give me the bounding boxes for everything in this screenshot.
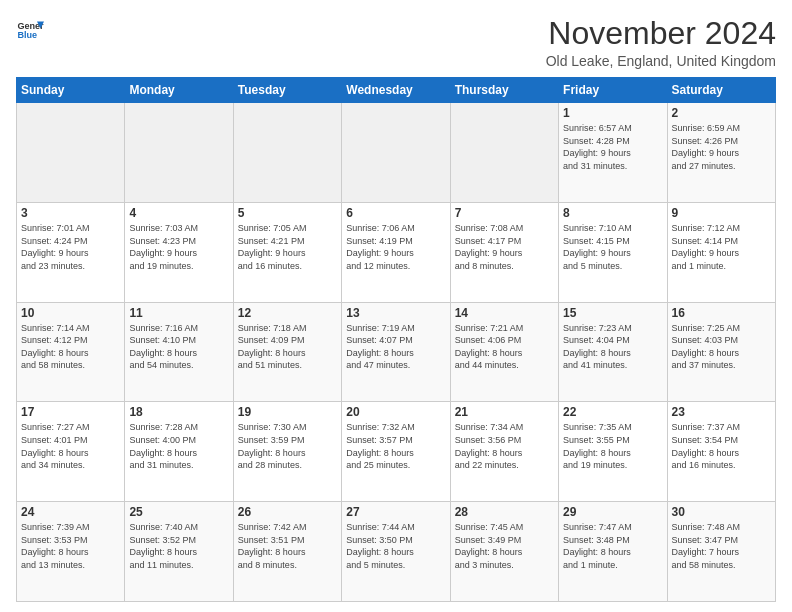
day-info: Sunrise: 7:44 AM Sunset: 3:50 PM Dayligh…: [346, 521, 445, 571]
calendar-week-1: 3Sunrise: 7:01 AM Sunset: 4:24 PM Daylig…: [17, 202, 776, 302]
title-block: November 2024 Old Leake, England, United…: [546, 16, 776, 69]
table-row: [450, 103, 558, 203]
table-row: 16Sunrise: 7:25 AM Sunset: 4:03 PM Dayli…: [667, 302, 775, 402]
table-row: [125, 103, 233, 203]
day-number: 20: [346, 405, 445, 419]
table-row: 19Sunrise: 7:30 AM Sunset: 3:59 PM Dayli…: [233, 402, 341, 502]
table-row: 18Sunrise: 7:28 AM Sunset: 4:00 PM Dayli…: [125, 402, 233, 502]
day-info: Sunrise: 7:45 AM Sunset: 3:49 PM Dayligh…: [455, 521, 554, 571]
day-number: 18: [129, 405, 228, 419]
day-number: 24: [21, 505, 120, 519]
page: General Blue General Blue November 2024 …: [0, 0, 792, 612]
table-row: 4Sunrise: 7:03 AM Sunset: 4:23 PM Daylig…: [125, 202, 233, 302]
table-row: 27Sunrise: 7:44 AM Sunset: 3:50 PM Dayli…: [342, 502, 450, 602]
table-row: [233, 103, 341, 203]
day-number: 23: [672, 405, 771, 419]
day-info: Sunrise: 7:12 AM Sunset: 4:14 PM Dayligh…: [672, 222, 771, 272]
day-number: 30: [672, 505, 771, 519]
table-row: 13Sunrise: 7:19 AM Sunset: 4:07 PM Dayli…: [342, 302, 450, 402]
table-row: 1Sunrise: 6:57 AM Sunset: 4:28 PM Daylig…: [559, 103, 667, 203]
day-info: Sunrise: 7:18 AM Sunset: 4:09 PM Dayligh…: [238, 322, 337, 372]
day-info: Sunrise: 7:28 AM Sunset: 4:00 PM Dayligh…: [129, 421, 228, 471]
calendar-week-2: 10Sunrise: 7:14 AM Sunset: 4:12 PM Dayli…: [17, 302, 776, 402]
day-number: 8: [563, 206, 662, 220]
day-info: Sunrise: 7:10 AM Sunset: 4:15 PM Dayligh…: [563, 222, 662, 272]
calendar-week-0: 1Sunrise: 6:57 AM Sunset: 4:28 PM Daylig…: [17, 103, 776, 203]
day-number: 6: [346, 206, 445, 220]
day-number: 29: [563, 505, 662, 519]
day-number: 7: [455, 206, 554, 220]
header-thursday: Thursday: [450, 78, 558, 103]
day-number: 21: [455, 405, 554, 419]
header-saturday: Saturday: [667, 78, 775, 103]
calendar-header-row: Sunday Monday Tuesday Wednesday Thursday…: [17, 78, 776, 103]
table-row: 10Sunrise: 7:14 AM Sunset: 4:12 PM Dayli…: [17, 302, 125, 402]
day-info: Sunrise: 7:01 AM Sunset: 4:24 PM Dayligh…: [21, 222, 120, 272]
day-number: 28: [455, 505, 554, 519]
day-info: Sunrise: 6:57 AM Sunset: 4:28 PM Dayligh…: [563, 122, 662, 172]
day-info: Sunrise: 7:25 AM Sunset: 4:03 PM Dayligh…: [672, 322, 771, 372]
day-info: Sunrise: 6:59 AM Sunset: 4:26 PM Dayligh…: [672, 122, 771, 172]
day-info: Sunrise: 7:14 AM Sunset: 4:12 PM Dayligh…: [21, 322, 120, 372]
logo: General Blue General Blue: [16, 16, 44, 44]
table-row: 2Sunrise: 6:59 AM Sunset: 4:26 PM Daylig…: [667, 103, 775, 203]
day-number: 4: [129, 206, 228, 220]
day-number: 9: [672, 206, 771, 220]
day-number: 27: [346, 505, 445, 519]
day-number: 17: [21, 405, 120, 419]
day-info: Sunrise: 7:39 AM Sunset: 3:53 PM Dayligh…: [21, 521, 120, 571]
table-row: 15Sunrise: 7:23 AM Sunset: 4:04 PM Dayli…: [559, 302, 667, 402]
day-number: 14: [455, 306, 554, 320]
table-row: [17, 103, 125, 203]
day-info: Sunrise: 7:30 AM Sunset: 3:59 PM Dayligh…: [238, 421, 337, 471]
day-info: Sunrise: 7:05 AM Sunset: 4:21 PM Dayligh…: [238, 222, 337, 272]
month-title: November 2024: [546, 16, 776, 51]
header: General Blue General Blue November 2024 …: [16, 16, 776, 69]
day-info: Sunrise: 7:34 AM Sunset: 3:56 PM Dayligh…: [455, 421, 554, 471]
table-row: 17Sunrise: 7:27 AM Sunset: 4:01 PM Dayli…: [17, 402, 125, 502]
table-row: 22Sunrise: 7:35 AM Sunset: 3:55 PM Dayli…: [559, 402, 667, 502]
day-info: Sunrise: 7:19 AM Sunset: 4:07 PM Dayligh…: [346, 322, 445, 372]
table-row: 5Sunrise: 7:05 AM Sunset: 4:21 PM Daylig…: [233, 202, 341, 302]
day-number: 11: [129, 306, 228, 320]
day-info: Sunrise: 7:23 AM Sunset: 4:04 PM Dayligh…: [563, 322, 662, 372]
day-number: 12: [238, 306, 337, 320]
table-row: 24Sunrise: 7:39 AM Sunset: 3:53 PM Dayli…: [17, 502, 125, 602]
day-info: Sunrise: 7:03 AM Sunset: 4:23 PM Dayligh…: [129, 222, 228, 272]
day-info: Sunrise: 7:47 AM Sunset: 3:48 PM Dayligh…: [563, 521, 662, 571]
day-number: 13: [346, 306, 445, 320]
svg-text:Blue: Blue: [17, 30, 37, 40]
table-row: [342, 103, 450, 203]
table-row: 9Sunrise: 7:12 AM Sunset: 4:14 PM Daylig…: [667, 202, 775, 302]
day-number: 25: [129, 505, 228, 519]
day-number: 3: [21, 206, 120, 220]
header-tuesday: Tuesday: [233, 78, 341, 103]
header-monday: Monday: [125, 78, 233, 103]
day-info: Sunrise: 7:21 AM Sunset: 4:06 PM Dayligh…: [455, 322, 554, 372]
day-info: Sunrise: 7:42 AM Sunset: 3:51 PM Dayligh…: [238, 521, 337, 571]
table-row: 20Sunrise: 7:32 AM Sunset: 3:57 PM Dayli…: [342, 402, 450, 502]
header-sunday: Sunday: [17, 78, 125, 103]
day-number: 16: [672, 306, 771, 320]
day-info: Sunrise: 7:40 AM Sunset: 3:52 PM Dayligh…: [129, 521, 228, 571]
table-row: 12Sunrise: 7:18 AM Sunset: 4:09 PM Dayli…: [233, 302, 341, 402]
table-row: 29Sunrise: 7:47 AM Sunset: 3:48 PM Dayli…: [559, 502, 667, 602]
day-info: Sunrise: 7:37 AM Sunset: 3:54 PM Dayligh…: [672, 421, 771, 471]
day-number: 2: [672, 106, 771, 120]
day-number: 15: [563, 306, 662, 320]
day-number: 10: [21, 306, 120, 320]
day-info: Sunrise: 7:27 AM Sunset: 4:01 PM Dayligh…: [21, 421, 120, 471]
table-row: 26Sunrise: 7:42 AM Sunset: 3:51 PM Dayli…: [233, 502, 341, 602]
day-number: 1: [563, 106, 662, 120]
table-row: 8Sunrise: 7:10 AM Sunset: 4:15 PM Daylig…: [559, 202, 667, 302]
day-number: 26: [238, 505, 337, 519]
day-info: Sunrise: 7:32 AM Sunset: 3:57 PM Dayligh…: [346, 421, 445, 471]
day-number: 5: [238, 206, 337, 220]
header-friday: Friday: [559, 78, 667, 103]
table-row: 6Sunrise: 7:06 AM Sunset: 4:19 PM Daylig…: [342, 202, 450, 302]
table-row: 11Sunrise: 7:16 AM Sunset: 4:10 PM Dayli…: [125, 302, 233, 402]
table-row: 23Sunrise: 7:37 AM Sunset: 3:54 PM Dayli…: [667, 402, 775, 502]
day-info: Sunrise: 7:08 AM Sunset: 4:17 PM Dayligh…: [455, 222, 554, 272]
logo-icon: General Blue: [16, 16, 44, 44]
table-row: 28Sunrise: 7:45 AM Sunset: 3:49 PM Dayli…: [450, 502, 558, 602]
